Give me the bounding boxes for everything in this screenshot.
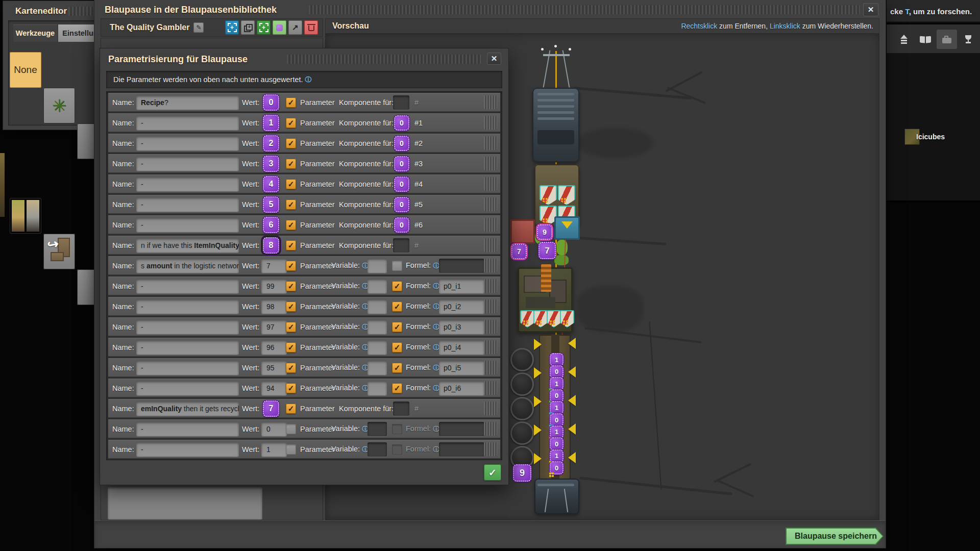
row-drag-handle[interactable] xyxy=(484,136,497,150)
tab-werkzeuge[interactable]: Werkzeuge xyxy=(13,24,57,42)
wert-input[interactable]: 96 xyxy=(261,340,287,355)
wert-parameter-chip[interactable]: 0 xyxy=(263,94,279,111)
row-drag-handle[interactable] xyxy=(484,442,497,456)
komponente-chip[interactable]: 0 xyxy=(394,217,409,233)
book-icon[interactable] xyxy=(915,30,936,49)
parameterize-icon[interactable] xyxy=(273,20,286,35)
parameter-checkbox[interactable]: ✓ xyxy=(286,302,296,312)
select-new-area-icon[interactable]: + xyxy=(257,20,271,35)
parameterize-confirm-button[interactable]: ✓ xyxy=(484,464,501,481)
blueprint-description-field[interactable] xyxy=(108,487,262,519)
row-drag-handle[interactable] xyxy=(484,381,497,395)
formel-checkbox[interactable]: ✓ xyxy=(392,363,402,373)
briefcase-icon[interactable] xyxy=(937,30,957,49)
edit-name-button[interactable]: ✎ xyxy=(193,22,204,33)
parameter-checkbox[interactable]: ✓ xyxy=(286,404,296,414)
formel-info-icon[interactable]: ⓘ xyxy=(433,303,439,310)
upgrade-icon[interactable] xyxy=(894,30,914,49)
wert-input[interactable]: 1 xyxy=(261,442,287,457)
name-input[interactable]: - xyxy=(136,197,239,212)
variable-input[interactable] xyxy=(368,320,387,334)
parameter-checkbox[interactable] xyxy=(286,424,296,434)
parameter-checkbox[interactable]: ✓ xyxy=(286,281,296,291)
formel-input[interactable] xyxy=(439,259,484,273)
parameter-checkbox[interactable]: ✓ xyxy=(286,383,296,393)
parameter-checkbox[interactable]: ✓ xyxy=(286,179,296,189)
formel-info-icon[interactable]: ⓘ xyxy=(433,262,439,269)
name-input[interactable]: - xyxy=(136,442,239,457)
name-input[interactable]: - xyxy=(136,136,239,151)
wert-parameter-chip[interactable]: 5 xyxy=(263,196,279,213)
komponente-slot[interactable] xyxy=(393,95,409,110)
komponente-slot[interactable] xyxy=(393,402,409,416)
name-input[interactable]: - xyxy=(136,116,239,130)
row-drag-handle[interactable] xyxy=(484,218,497,232)
row-drag-handle[interactable] xyxy=(484,95,497,109)
plant-icon[interactable]: ✳ xyxy=(43,88,75,123)
komponente-chip[interactable]: 0 xyxy=(394,177,409,192)
info-icon[interactable]: ⓘ xyxy=(305,76,312,84)
komponente-slot[interactable] xyxy=(393,238,409,253)
parameter-checkbox[interactable]: ✓ xyxy=(286,240,296,251)
library-close-button[interactable]: ✕ xyxy=(863,3,878,16)
komponente-chip[interactable]: 0 xyxy=(394,197,409,212)
parameter-checkbox[interactable]: ✓ xyxy=(286,118,296,128)
formel-info-icon[interactable]: ⓘ xyxy=(433,425,439,433)
wert-parameter-chip[interactable]: 6 xyxy=(263,217,279,233)
name-input[interactable]: - xyxy=(136,279,239,293)
name-input[interactable]: s amount in the logistic network: xyxy=(136,259,239,273)
komponente-chip[interactable]: 0 xyxy=(394,136,409,151)
copy-blueprint-icon[interactable]: + xyxy=(241,20,255,35)
terrain-tiles-icon[interactable] xyxy=(10,198,41,234)
name-input[interactable]: - xyxy=(136,422,239,436)
formel-checkbox[interactable] xyxy=(392,424,402,434)
wert-input[interactable]: 99 xyxy=(261,279,287,293)
export-string-icon[interactable]: ↗ xyxy=(288,20,302,35)
row-drag-handle[interactable] xyxy=(484,157,497,170)
parameter-checkbox[interactable]: ✓ xyxy=(286,159,296,169)
variable-input[interactable] xyxy=(368,259,387,273)
formel-checkbox[interactable]: ✓ xyxy=(392,302,402,312)
wert-input[interactable]: 7 xyxy=(261,259,287,273)
wert-input[interactable]: 97 xyxy=(261,320,287,334)
formel-input[interactable] xyxy=(439,442,484,457)
parameter-checkbox[interactable] xyxy=(286,444,296,455)
row-drag-handle[interactable] xyxy=(484,340,497,354)
parameterize-drag-handle[interactable] xyxy=(287,55,482,64)
formel-input[interactable]: p0_i1 xyxy=(439,279,484,293)
parameter-checkbox[interactable]: ✓ xyxy=(286,342,296,353)
variable-input[interactable] xyxy=(368,299,387,314)
wert-parameter-chip[interactable]: 1 xyxy=(263,115,279,131)
formel-checkbox[interactable]: ✓ xyxy=(392,342,402,353)
formel-info-icon[interactable]: ⓘ xyxy=(433,446,439,453)
formel-info-icon[interactable]: ⓘ xyxy=(433,323,439,331)
formel-checkbox[interactable] xyxy=(392,261,402,271)
variable-input[interactable] xyxy=(368,340,387,355)
parameter-checkbox[interactable]: ✓ xyxy=(286,138,296,148)
variable-input[interactable] xyxy=(368,361,387,375)
parameter-checkbox[interactable]: ✓ xyxy=(286,363,296,373)
parameter-checkbox[interactable]: ✓ xyxy=(286,97,296,108)
cliff-arrow-icon[interactable]: ↪ xyxy=(43,234,75,269)
row-drag-handle[interactable] xyxy=(484,197,497,211)
select-new-contents-icon[interactable]: + xyxy=(225,20,239,35)
name-input[interactable]: - xyxy=(136,177,239,191)
parameter-checkbox[interactable]: ✓ xyxy=(286,220,296,230)
name-input[interactable]: Recipe? xyxy=(136,95,239,110)
name-input[interactable]: - xyxy=(136,218,239,232)
name-input[interactable]: - xyxy=(136,299,239,314)
row-drag-handle[interactable] xyxy=(484,279,497,293)
wert-parameter-chip[interactable]: 8 xyxy=(263,237,279,254)
trophy-icon[interactable] xyxy=(958,30,978,49)
wert-input[interactable]: 94 xyxy=(261,381,287,395)
row-drag-handle[interactable] xyxy=(484,422,497,436)
row-drag-handle[interactable] xyxy=(484,116,497,130)
formel-checkbox[interactable]: ✓ xyxy=(392,281,402,291)
row-drag-handle[interactable] xyxy=(484,320,497,334)
wert-input[interactable]: 0 xyxy=(261,422,287,436)
parameterize-close-button[interactable]: ✕ xyxy=(487,53,501,65)
formel-input[interactable] xyxy=(439,422,484,436)
formel-checkbox[interactable]: ✓ xyxy=(392,322,402,332)
library-drag-handle[interactable] xyxy=(309,5,860,14)
name-input[interactable]: - xyxy=(136,361,239,375)
